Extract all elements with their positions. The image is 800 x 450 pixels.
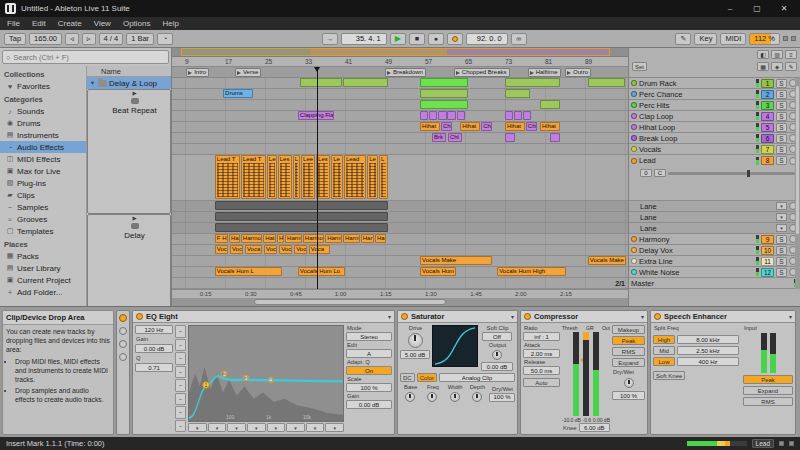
mixer-toggle-icon[interactable]: ≡ bbox=[785, 50, 797, 59]
clip-brk[interactable]: Brk bbox=[432, 133, 446, 142]
clip-voc[interactable]: Voc bbox=[294, 245, 307, 254]
vscroll-thumb[interactable] bbox=[796, 86, 799, 234]
fold-icon[interactable]: ▾ bbox=[511, 313, 514, 320]
overview-toggle-icon[interactable]: ◧ bbox=[757, 50, 769, 59]
drywet-knob[interactable] bbox=[624, 378, 634, 388]
clip-le[interactable]: Le bbox=[267, 155, 277, 199]
arr-track-lane-2[interactable] bbox=[172, 212, 628, 223]
track-activator[interactable]: 11 bbox=[761, 257, 774, 266]
band-type-select[interactable]: ▾ bbox=[306, 423, 325, 432]
rms-mode-button[interactable]: RMS bbox=[612, 347, 645, 356]
rack-power-icon[interactable] bbox=[119, 314, 127, 322]
mid-band-toggle[interactable]: Mid bbox=[653, 346, 675, 355]
band-type-select[interactable]: ▾ bbox=[325, 423, 344, 432]
knee-field[interactable]: 6.00 dB bbox=[579, 423, 610, 432]
arr-track-harmony[interactable]: F HHaHarmoHatHHarmHarmoHarmHarmHarHa bbox=[172, 234, 628, 245]
clip[interactable] bbox=[420, 100, 468, 109]
solo-button[interactable]: S bbox=[776, 112, 787, 121]
clip-voca[interactable]: Voca bbox=[309, 245, 330, 254]
band-type-select[interactable]: ▾ bbox=[286, 423, 305, 432]
locator-halftime[interactable]: Halftime bbox=[528, 68, 561, 77]
lock-icon[interactable]: ◈ bbox=[771, 62, 783, 71]
track-header-hihat-loop[interactable]: Hihat Loop5S bbox=[629, 122, 800, 133]
threshold-meter[interactable] bbox=[573, 332, 579, 416]
record-button[interactable]: ● bbox=[428, 33, 444, 45]
time-signature-field[interactable]: 4 / 4 bbox=[99, 33, 124, 45]
clip-harm[interactable]: Harm bbox=[285, 234, 302, 243]
clip[interactable] bbox=[429, 111, 437, 120]
rack-macro-icon[interactable] bbox=[119, 327, 127, 335]
base-knob[interactable] bbox=[405, 392, 415, 402]
clip-lee[interactable]: Lee bbox=[301, 155, 315, 199]
stop-button[interactable]: ■ bbox=[409, 33, 425, 45]
clip[interactable] bbox=[540, 100, 560, 109]
clip[interactable] bbox=[505, 111, 513, 120]
device-power-toggle[interactable] bbox=[524, 313, 531, 320]
drive-knob[interactable] bbox=[408, 333, 423, 348]
freq-knob[interactable] bbox=[427, 392, 437, 402]
eq-band-handle-3[interactable]: 3 bbox=[242, 375, 249, 382]
track-header-lane[interactable]: Lane▾ bbox=[629, 223, 800, 234]
track-header-delay-vox[interactable]: Delay Vox10S bbox=[629, 245, 800, 256]
depth-knob[interactable] bbox=[472, 392, 482, 402]
menu-file[interactable]: File bbox=[7, 19, 20, 28]
track-header-harmony[interactable]: Harmony9S bbox=[629, 234, 800, 245]
solo-button[interactable]: S bbox=[776, 101, 787, 110]
solo-button[interactable]: S bbox=[776, 235, 787, 244]
clip-voc[interactable]: Voc bbox=[264, 245, 277, 254]
eq-outgain-field[interactable]: 0.00 dB bbox=[346, 400, 392, 409]
arr-track-delay-vox[interactable]: VocVocVocaVocVocVocVoca bbox=[172, 245, 628, 256]
draw-icon[interactable]: ✎ bbox=[785, 62, 797, 71]
track-activator[interactable]: 7 bbox=[761, 145, 774, 154]
arr-track-perc-hits[interactable] bbox=[172, 100, 628, 111]
arrangement-position-display[interactable]: 35. 4. 1 bbox=[341, 33, 387, 45]
clip-hihat[interactable]: Hihat bbox=[460, 122, 480, 131]
locator-intro[interactable]: Intro bbox=[186, 68, 209, 77]
overview-viewport[interactable] bbox=[181, 48, 610, 56]
clip-l[interactable]: L bbox=[379, 155, 388, 199]
solo-button[interactable]: S bbox=[776, 123, 787, 132]
solo-button[interactable]: S bbox=[776, 79, 787, 88]
eq-band-toggle[interactable]: ~ bbox=[175, 352, 186, 365]
arr-track-hihat-loop[interactable]: HihatChlHihatChlHihatChlHihat bbox=[172, 122, 628, 133]
track-header-lane[interactable]: Lane▾ bbox=[629, 201, 800, 212]
eq-band-handle-4[interactable]: 4 bbox=[267, 377, 274, 384]
device-title-bar[interactable]: Speech Enhancer ▾ bbox=[651, 311, 795, 323]
clip-chl[interactable]: Chl bbox=[448, 133, 462, 142]
expand-mode-button[interactable]: Expand bbox=[612, 358, 645, 367]
track-activator[interactable]: 4 bbox=[761, 112, 774, 121]
device-power-toggle[interactable] bbox=[136, 313, 143, 320]
chevron-right-icon[interactable]: ▶ bbox=[131, 90, 138, 96]
clip[interactable] bbox=[343, 78, 388, 87]
clip[interactable] bbox=[523, 111, 531, 120]
eq-band-toggle[interactable]: ~ bbox=[175, 379, 186, 392]
output-value[interactable]: 0.00 dB bbox=[481, 362, 513, 371]
arr-track-perc-chance[interactable]: Drums bbox=[172, 89, 628, 100]
sidebar-item-sounds[interactable]: ♪Sounds bbox=[0, 105, 86, 117]
track-header-clap-loop[interactable]: Clap Loop4S bbox=[629, 111, 800, 122]
follow-button[interactable]: → bbox=[322, 33, 338, 45]
clip-harm[interactable]: Harm bbox=[325, 234, 342, 243]
solo-button[interactable]: S bbox=[776, 246, 787, 255]
eq-band-toggle[interactable]: ~ bbox=[175, 366, 186, 379]
clip-harmo[interactable]: Harmo bbox=[241, 234, 262, 243]
clip-vocals-hum-high[interactable]: Vocals Hum High bbox=[497, 267, 566, 276]
clip-voc[interactable]: Voc bbox=[279, 245, 292, 254]
clip-hihat[interactable]: Hihat bbox=[540, 122, 560, 131]
clip-drums[interactable]: Drums bbox=[223, 89, 253, 98]
play-button[interactable]: ▶ bbox=[390, 33, 406, 45]
arr-track-lane-3[interactable] bbox=[172, 223, 628, 234]
volume-field[interactable]: 0 bbox=[640, 169, 652, 177]
solo-button[interactable]: S bbox=[776, 156, 787, 165]
band-type-select[interactable]: ▾ bbox=[188, 423, 207, 432]
track-header-white-noise[interactable]: White Noise12S bbox=[629, 267, 800, 278]
metronome-toggle[interactable]: ◔ bbox=[157, 33, 173, 45]
arr-track-clap-loop[interactable]: Clapping Fla bbox=[172, 111, 628, 122]
midi-map-toggle[interactable]: MIDI bbox=[720, 33, 746, 45]
eq-band-toggle[interactable]: ~ bbox=[175, 393, 186, 406]
clip-h[interactable]: H bbox=[277, 234, 284, 243]
soft-clip-toggle[interactable]: Off bbox=[482, 332, 512, 341]
clip-harmo[interactable]: Harmo bbox=[303, 234, 324, 243]
clip[interactable] bbox=[420, 89, 468, 98]
eq-spectrum-display[interactable]: 100 1k 10k 1234 bbox=[188, 325, 344, 422]
